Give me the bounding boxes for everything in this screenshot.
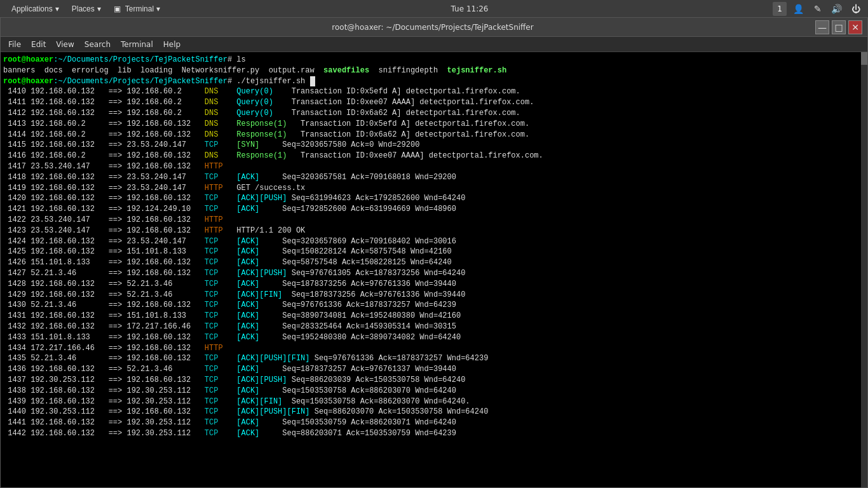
terminal-line: root@hoaxer:~/Documents/Projects/TejPack… [3, 55, 865, 65]
terminal-line: 1418 192.168.60.132 ==> 23.53.240.147 TC… [3, 172, 865, 183]
terminal-window: root@hoaxer: ~/Documents/Projects/TejPac… [0, 17, 868, 488]
terminal-line: 1411 192.168.60.132 ==> 192.168.60.2 DNS… [3, 97, 865, 108]
terminal-line: 1426 151.101.8.133 ==> 192.168.60.132 TC… [3, 257, 865, 268]
terminal-line: 1413 192.168.60.2 ==> 192.168.60.132 DNS… [3, 119, 865, 130]
users-icon[interactable]: 👤 [792, 2, 806, 16]
terminal-line: 1425 192.168.60.132 ==> 151.101.8.133 TC… [3, 247, 865, 257]
terminal-line: 1428 192.168.60.132 ==> 52.21.3.46 TCP [… [3, 279, 865, 290]
menu-view[interactable]: View [51, 37, 79, 52]
menu-edit[interactable]: Edit [26, 37, 51, 52]
volume-icon[interactable]: 🔊 [830, 2, 844, 16]
terminal-label: Terminal [125, 4, 154, 13]
terminal-line: 1433 151.101.8.133 ==> 192.168.60.132 TC… [3, 332, 865, 343]
terminal-chevron: ▾ [156, 4, 160, 13]
terminal-line: 1421 192.168.60.132 ==> 192.124.249.10 T… [3, 204, 865, 215]
terminal-line: 1442 192.168.60.132 ==> 192.30.253.112 T… [3, 428, 865, 439]
terminal-line: banners docs errorLog lib loading Networ… [3, 65, 865, 76]
terminal-line: 1429 192.168.60.132 ==> 52.21.3.46 TCP [… [3, 290, 865, 301]
terminal-line: 1415 192.168.60.132 ==> 23.53.240.147 TC… [3, 140, 865, 151]
bluetooth-icon[interactable]: ✎ [811, 2, 825, 16]
terminal-line: 1423 23.53.240.147 ==> 192.168.60.132 HT… [3, 226, 865, 236]
terminal-menubar: File Edit View Search Terminal Help [1, 37, 867, 52]
terminal-line: 1410 192.168.60.132 ==> 192.168.60.2 DNS… [3, 86, 865, 97]
terminal-line: 1436 192.168.60.132 ==> 52.21.3.46 TCP [… [3, 364, 865, 375]
applications-label: Applications [11, 4, 53, 13]
places-chevron: ▾ [97, 4, 101, 13]
places-label: Places [72, 4, 95, 13]
menu-terminal[interactable]: Terminal [116, 37, 158, 52]
terminal-controls: — □ ✕ [815, 20, 862, 34]
scrollbar-thumb[interactable] [861, 52, 867, 65]
terminal-line: 1424 192.168.60.132 ==> 23.53.240.147 TC… [3, 236, 865, 247]
menu-help[interactable]: Help [158, 37, 186, 52]
minimize-button[interactable]: — [815, 20, 829, 34]
system-topbar: Applications ▾ Places ▾ ▣ Terminal ▾ Tue… [0, 0, 868, 17]
topbar-clock: Tue 11:26 [451, 4, 489, 13]
applications-menu[interactable]: Applications ▾ [5, 0, 65, 17]
terminal-line: 1412 192.168.60.132 ==> 192.168.60.2 DNS… [3, 108, 865, 119]
terminal-line: 1437 192.30.253.112 ==> 192.168.60.132 T… [3, 375, 865, 386]
terminal-line: 1416 192.168.60.2 ==> 192.168.60.132 DNS… [3, 151, 865, 161]
terminal-body[interactable]: root@hoaxer:~/Documents/Projects/TejPack… [1, 52, 867, 487]
terminal-line: 1438 192.168.60.132 ==> 192.30.253.112 T… [3, 386, 865, 396]
terminal-line: 1441 192.168.60.132 ==> 192.30.253.112 T… [3, 417, 865, 428]
terminal-line: 1432 192.168.60.132 ==> 172.217.166.46 T… [3, 322, 865, 332]
terminal-menu[interactable]: ▣ Terminal ▾ [107, 0, 166, 17]
terminal-line: 1419 192.168.60.132 ==> 23.53.240.147 HT… [3, 183, 865, 194]
menu-search[interactable]: Search [79, 37, 116, 52]
topbar-right: 1 👤 ✎ 🔊 ⏻ [773, 2, 863, 16]
workspace-indicator[interactable]: 1 [773, 2, 787, 16]
maximize-button[interactable]: □ [832, 20, 846, 34]
terminal-line: 1440 192.30.253.112 ==> 192.168.60.132 T… [3, 407, 865, 417]
power-icon[interactable]: ⏻ [849, 2, 863, 16]
terminal-icon: ▣ [114, 4, 121, 13]
applications-chevron: ▾ [55, 4, 59, 13]
terminal-titlebar: root@hoaxer: ~/Documents/Projects/TejPac… [1, 18, 867, 37]
topbar-left: Applications ▾ Places ▾ ▣ Terminal ▾ [5, 0, 166, 17]
terminal-line: 1435 52.21.3.46 ==> 192.168.60.132 TCP [… [3, 353, 865, 364]
terminal-line: 1420 192.168.60.132 ==> 192.168.60.132 T… [3, 193, 865, 204]
places-menu[interactable]: Places ▾ [65, 0, 107, 17]
terminal-line: 1427 52.21.3.46 ==> 192.168.60.132 TCP [… [3, 268, 865, 279]
terminal-line: 1430 52.21.3.46 ==> 192.168.60.132 TCP [… [3, 300, 865, 311]
terminal-line: 1417 23.53.240.147 ==> 192.168.60.132 HT… [3, 161, 865, 172]
terminal-line: 1439 192.168.60.132 ==> 192.30.253.112 T… [3, 396, 865, 407]
terminal-line: 1422 23.53.240.147 ==> 192.168.60.132 HT… [3, 215, 865, 226]
menu-file[interactable]: File [3, 37, 26, 52]
close-button[interactable]: ✕ [848, 20, 862, 34]
terminal-line: 1431 192.168.60.132 ==> 151.101.8.133 TC… [3, 311, 865, 322]
terminal-line: root@hoaxer:~/Documents/Projects/TejPack… [3, 76, 865, 87]
scrollbar[interactable] [861, 52, 867, 487]
terminal-title: root@hoaxer: ~/Documents/Projects/TejPac… [50, 23, 815, 32]
terminal-line: 1434 172.217.166.46 ==> 192.168.60.132 H… [3, 343, 865, 354]
terminal-line: 1414 192.168.60.2 ==> 192.168.60.132 DNS… [3, 130, 865, 140]
